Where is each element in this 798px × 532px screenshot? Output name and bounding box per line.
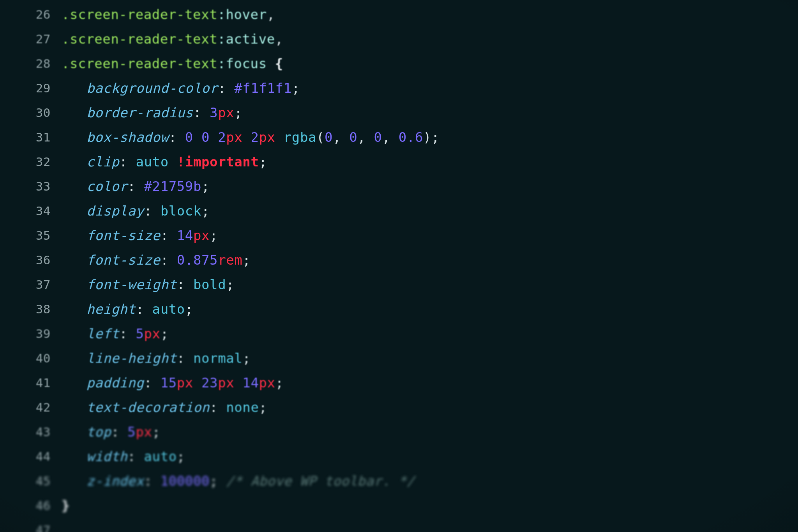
css-value-token: 0.875 xyxy=(177,252,218,268)
css-property: top xyxy=(87,424,111,440)
line-number: 44 xyxy=(36,444,51,469)
code-area[interactable]: .screen-reader-text:hover,.screen-reader… xyxy=(62,2,798,532)
semicolon: ; xyxy=(259,154,267,170)
css-value-token: , xyxy=(382,129,399,145)
code-line[interactable]: .screen-reader-text:active, xyxy=(62,27,798,51)
colon: : xyxy=(144,203,161,219)
semicolon: ; xyxy=(242,350,251,366)
line-number: 37 xyxy=(36,272,51,297)
colon: : xyxy=(210,399,226,415)
css-value-token: 5 xyxy=(127,424,136,440)
code-line[interactable]: left: 5px; xyxy=(62,322,798,346)
colon: : xyxy=(127,449,144,464)
code-line[interactable]: font-weight: bold; xyxy=(62,272,798,297)
css-pseudo: :active xyxy=(217,31,275,47)
css-value-token: #f1f1f1 xyxy=(234,80,292,96)
css-value-token: , xyxy=(333,129,349,145)
semicolon: ; xyxy=(242,252,251,268)
line-number: 46 xyxy=(36,493,51,518)
colon: : xyxy=(161,228,177,243)
css-value-token: ) xyxy=(423,129,431,145)
code-line[interactable]: height: auto; xyxy=(62,297,798,322)
code-line[interactable]: background-color: #f1f1f1; xyxy=(62,76,798,101)
semicolon: ; xyxy=(226,277,234,292)
line-number: 42 xyxy=(36,395,51,420)
css-property: font-weight xyxy=(87,277,177,292)
line-number: 27 xyxy=(36,27,51,51)
css-pseudo: :focus xyxy=(217,56,267,71)
line-number: 35 xyxy=(36,223,51,248)
selector-trail: , xyxy=(275,31,283,47)
colon: : xyxy=(218,80,234,96)
css-property: display xyxy=(87,203,144,219)
css-property: padding xyxy=(87,375,144,391)
semicolon: ; xyxy=(259,399,267,415)
css-value-token: rem xyxy=(218,252,242,268)
colon: : xyxy=(119,154,136,170)
line-number: 41 xyxy=(36,371,51,395)
code-line[interactable]: line-height: normal; xyxy=(62,346,798,371)
code-line[interactable]: box-shadow: 0 0 2px 2px rgba(0, 0, 0, 0.… xyxy=(62,125,798,150)
css-value-token: auto xyxy=(136,154,168,170)
code-line[interactable]: text-decoration: none; xyxy=(62,395,798,420)
css-value-token: 0.6 xyxy=(399,129,423,145)
colon: : xyxy=(177,277,193,292)
line-number: 45 xyxy=(36,469,51,493)
css-selector: .screen-reader-text xyxy=(62,7,217,22)
code-line[interactable]: top: 5px; xyxy=(62,420,798,444)
css-value-token: 3 xyxy=(210,105,218,120)
code-line[interactable]: font-size: 14px; xyxy=(62,223,798,248)
semicolon: ; xyxy=(201,179,210,194)
css-value-token: 0 xyxy=(185,129,193,145)
semicolon: ; xyxy=(185,301,193,317)
line-number: 39 xyxy=(36,322,51,346)
code-line[interactable]: width: auto; xyxy=(62,444,798,469)
code-line[interactable]: padding: 15px 23px 14px; xyxy=(62,371,798,395)
code-line[interactable]: clip: auto !important; xyxy=(62,150,798,174)
close-brace: } xyxy=(62,498,70,513)
code-line[interactable]: .screen-reader-text:hover, xyxy=(62,2,798,27)
line-number-gutter: 2627282930313233343536373839404142434445… xyxy=(0,2,62,532)
css-value-token: 14 xyxy=(177,228,193,243)
code-line[interactable]: display: block; xyxy=(62,199,798,223)
line-number: 38 xyxy=(36,297,51,322)
colon: : xyxy=(144,375,161,391)
line-number: 36 xyxy=(36,248,51,272)
line-number: 31 xyxy=(36,125,51,150)
code-editor[interactable]: 2627282930313233343536373839404142434445… xyxy=(0,0,798,532)
css-value-token: ( xyxy=(316,129,325,145)
css-property: font-size xyxy=(87,252,161,268)
semicolon: ; xyxy=(275,375,284,391)
code-line[interactable]: border-radius: 3px; xyxy=(62,101,798,125)
colon: : xyxy=(169,129,185,145)
code-line[interactable]: .screen-reader-text:focus { xyxy=(62,51,798,76)
css-value-token: px xyxy=(177,375,193,391)
css-value-token: px xyxy=(259,129,275,145)
css-value-token: normal xyxy=(193,350,242,366)
css-property: border-radius xyxy=(87,105,193,120)
css-value-token: 0 xyxy=(201,129,210,145)
colon: : xyxy=(136,301,152,317)
line-number: 40 xyxy=(36,346,51,371)
css-comment: /* Above WP toolbar. */ xyxy=(226,473,415,489)
css-selector: .screen-reader-text xyxy=(62,31,217,47)
code-line[interactable]: } xyxy=(62,493,798,518)
css-value-token: #21759b xyxy=(144,179,202,194)
css-value-token: 15 xyxy=(161,375,177,391)
css-property: font-size xyxy=(87,228,161,243)
line-number: 28 xyxy=(36,51,51,76)
colon: : xyxy=(111,424,127,440)
code-line[interactable]: color: #21759b; xyxy=(62,174,798,199)
semicolon: ; xyxy=(210,228,218,243)
line-number: 32 xyxy=(36,150,51,174)
semicolon: ; xyxy=(152,424,161,440)
code-line[interactable]: font-size: 0.875rem; xyxy=(62,248,798,272)
code-line[interactable] xyxy=(62,518,798,532)
css-value-token: !important xyxy=(177,154,259,170)
line-number: 33 xyxy=(36,174,51,199)
css-value-token: px xyxy=(136,424,152,440)
colon: : xyxy=(193,105,210,120)
code-line[interactable]: z-index: 100000; /* Above WP toolbar. */ xyxy=(62,469,798,493)
css-value-token: 0 xyxy=(349,129,357,145)
semicolon: ; xyxy=(292,80,300,96)
